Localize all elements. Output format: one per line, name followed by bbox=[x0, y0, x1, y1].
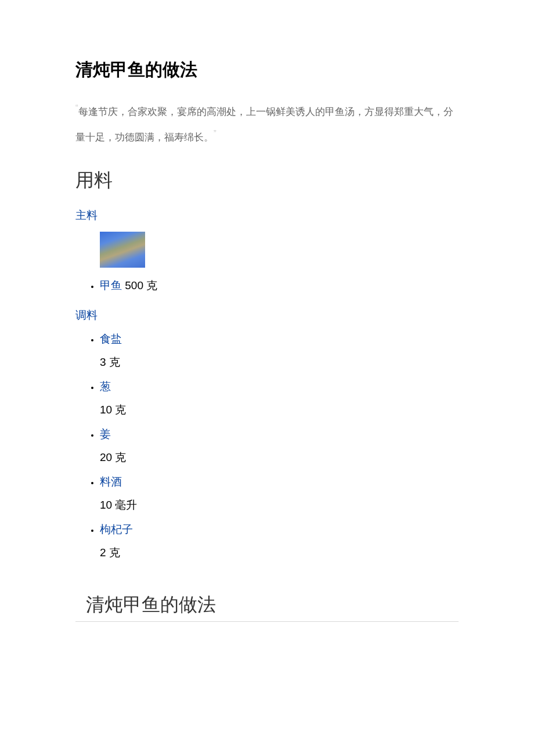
list-item: 甲鱼 500 克 bbox=[100, 232, 459, 293]
seasoning-name-link[interactable]: 葱 bbox=[100, 379, 459, 394]
list-item: 食盐 3 克 bbox=[100, 332, 459, 370]
seasoning-name-link[interactable]: 姜 bbox=[100, 427, 459, 442]
ingredient-image bbox=[100, 232, 145, 268]
seasoning-amount: 3 克 bbox=[100, 355, 459, 370]
page-title: 清炖甲鱼的做法 bbox=[75, 58, 459, 82]
seasoning-name-link[interactable]: 枸杞子 bbox=[100, 522, 459, 537]
seasoning-amount: 20 克 bbox=[100, 450, 459, 465]
list-item: 料酒 10 毫升 bbox=[100, 474, 459, 513]
seasoning-name-link[interactable]: 食盐 bbox=[100, 332, 459, 347]
list-item: 枸杞子 2 克 bbox=[100, 522, 459, 560]
seasoning-label: 调料 bbox=[75, 308, 459, 323]
description-text: 每逢节庆，合家欢聚，宴席的高潮处，上一锅鲜美诱人的甲鱼汤，方显得郑重大气，分量十… bbox=[75, 106, 453, 143]
list-item: 葱 10 克 bbox=[100, 379, 459, 417]
seasoning-amount: 2 克 bbox=[100, 545, 459, 560]
quote-open-icon: “ bbox=[75, 97, 78, 118]
quote-close-icon: ” bbox=[214, 123, 217, 143]
ingredient-line: 甲鱼 500 克 bbox=[100, 278, 459, 293]
seasoning-amount: 10 毫升 bbox=[100, 498, 459, 513]
ingredient-name-link[interactable]: 甲鱼 bbox=[100, 279, 122, 291]
seasoning-name-link[interactable]: 料酒 bbox=[100, 474, 459, 489]
method-section: 清炖甲鱼的做法 bbox=[75, 592, 459, 622]
method-heading: 清炖甲鱼的做法 bbox=[86, 592, 459, 618]
seasoning-list: 食盐 3 克 葱 10 克 姜 20 克 料酒 10 毫升 枸杞子 2 克 bbox=[75, 332, 459, 560]
ingredients-heading: 用料 bbox=[75, 168, 459, 193]
main-ingredient-label: 主料 bbox=[75, 208, 459, 223]
list-item: 姜 20 克 bbox=[100, 427, 459, 465]
main-ingredient-list: 甲鱼 500 克 bbox=[75, 232, 459, 293]
seasoning-amount: 10 克 bbox=[100, 402, 459, 417]
ingredient-amount: 500 克 bbox=[125, 279, 157, 291]
recipe-description: “每逢节庆，合家欢聚，宴席的高潮处，上一锅鲜美诱人的甲鱼汤，方显得郑重大气，分量… bbox=[75, 99, 459, 150]
